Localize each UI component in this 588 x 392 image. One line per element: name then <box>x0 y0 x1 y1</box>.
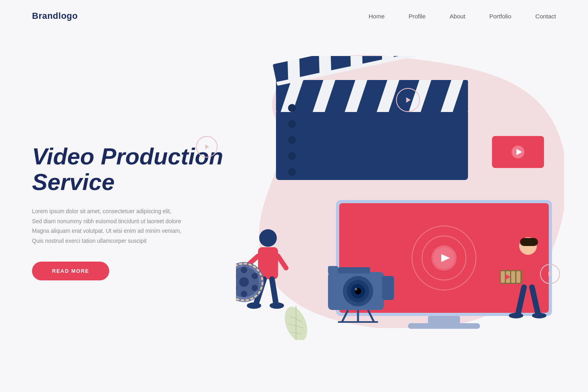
hero-content: Video Production Service Lorem ipsum dol… <box>32 144 224 281</box>
svg-point-76 <box>509 313 523 318</box>
video-camera <box>316 260 404 324</box>
hero-title: Video Production Service <box>32 144 224 195</box>
nav-profile[interactable]: Profile <box>409 13 426 20</box>
svg-point-44 <box>247 302 261 309</box>
svg-marker-0 <box>205 144 209 149</box>
nav-home[interactable]: Home <box>369 13 385 20</box>
svg-line-43 <box>272 279 276 304</box>
svg-rect-62 <box>338 267 370 274</box>
hero-illustration <box>224 48 556 376</box>
svg-line-75 <box>532 287 538 314</box>
hero-section: Video Production Service Lorem ipsum dol… <box>0 32 588 376</box>
svg-point-38 <box>259 229 277 247</box>
svg-point-25 <box>288 152 296 160</box>
svg-rect-70 <box>520 238 538 246</box>
svg-rect-3 <box>276 104 468 180</box>
svg-point-23 <box>288 120 296 128</box>
svg-rect-79 <box>501 271 505 283</box>
logo: Brandlogo <box>32 11 78 21</box>
svg-point-54 <box>252 285 258 291</box>
svg-point-77 <box>532 313 546 318</box>
person-right <box>496 234 548 338</box>
svg-marker-1 <box>406 97 411 103</box>
play-button-top[interactable] <box>396 88 420 112</box>
svg-rect-64 <box>328 266 338 274</box>
main-nav: Home Profile About Portfolio Contact <box>369 13 556 20</box>
svg-point-26 <box>288 168 296 176</box>
person-film-reel <box>236 224 300 336</box>
hero-description: Lorem ipsum dolor sit amet, consectetuer… <box>32 206 200 246</box>
svg-line-41 <box>278 256 286 268</box>
svg-point-50 <box>241 291 247 297</box>
svg-point-22 <box>288 104 296 112</box>
svg-point-24 <box>288 136 296 144</box>
clapperboard <box>272 56 472 184</box>
read-more-button[interactable]: READ MORE <box>32 262 109 280</box>
nav-portfolio[interactable]: Portfolio <box>489 13 511 20</box>
play-button-left[interactable] <box>196 136 218 158</box>
svg-rect-81 <box>511 271 515 283</box>
svg-line-67 <box>368 310 374 322</box>
svg-point-61 <box>355 288 357 290</box>
svg-rect-34 <box>428 316 460 324</box>
video-thumbnail-card <box>492 136 544 168</box>
svg-rect-82 <box>516 271 520 283</box>
svg-rect-63 <box>382 276 394 300</box>
svg-rect-35 <box>408 323 480 329</box>
svg-marker-2 <box>548 272 552 276</box>
svg-point-48 <box>239 277 249 287</box>
play-button-right[interactable] <box>540 264 560 284</box>
svg-point-45 <box>270 302 284 309</box>
svg-point-49 <box>241 267 247 273</box>
svg-line-74 <box>518 287 524 314</box>
nav-about[interactable]: About <box>450 13 465 20</box>
svg-point-52 <box>252 273 258 279</box>
header: Brandlogo Home Profile About Portfolio C… <box>0 0 588 32</box>
nav-contact[interactable]: Contact <box>535 13 556 20</box>
svg-line-65 <box>342 310 348 322</box>
